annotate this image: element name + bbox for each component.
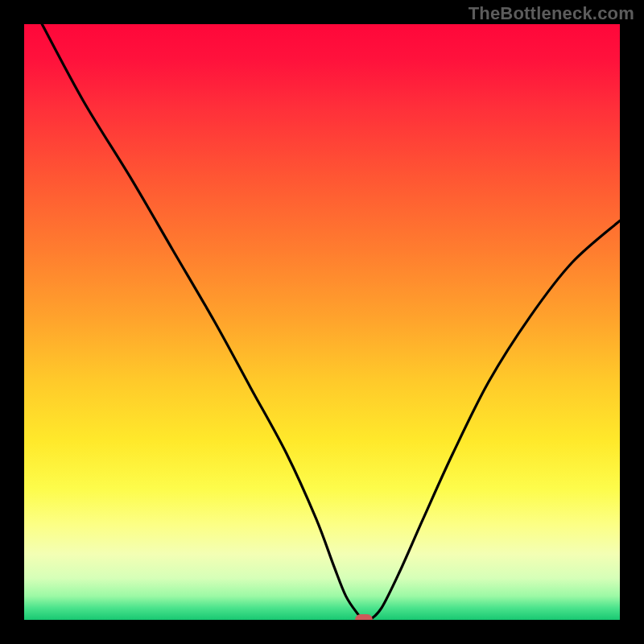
watermark-text: TheBottleneck.com xyxy=(469,3,634,24)
minimum-marker xyxy=(355,614,373,620)
plot-area xyxy=(24,24,620,620)
chart-frame: TheBottleneck.com xyxy=(0,0,644,644)
curve-svg xyxy=(24,24,620,620)
bottleneck-curve xyxy=(42,24,620,620)
